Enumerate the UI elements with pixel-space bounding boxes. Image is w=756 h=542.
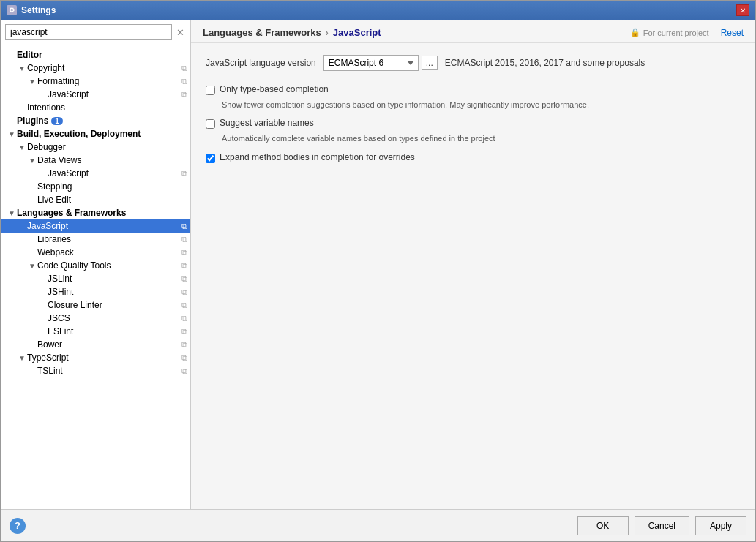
tree-label-intentions: Intentions [27, 102, 65, 113]
tree-item-typescript[interactable]: ▼ TypeScript ⧉ [1, 351, 190, 364]
arrow-copyright: ▼ [17, 64, 27, 72]
checkbox-type-completion[interactable] [206, 86, 215, 95]
settings-tree: Editor ▼ Copyright ⧉ ▼ Formatting ⧉ Ja [1, 45, 190, 509]
apply-button[interactable]: Apply [695, 516, 746, 535]
copy-icon-code-quality: ⧉ [181, 261, 187, 271]
tree-label-stepping: Stepping [37, 181, 72, 192]
language-version-select[interactable]: ECMAScript 6 ECMAScript 5 ECMAScript 201… [323, 55, 419, 71]
tree-item-bower[interactable]: Bower ⧉ [1, 338, 190, 351]
reset-button[interactable]: Reset [721, 28, 744, 38]
right-header: Languages & Frameworks › JavaScript 🔒 Fo… [191, 20, 755, 43]
main-content: ✕ Editor ▼ Copyright ⧉ ▼ Formatting [1, 20, 755, 509]
copy-icon-jscs: ⧉ [181, 314, 187, 323]
tree-label-formatting: Formatting [37, 76, 79, 86]
tree-item-debugger[interactable]: ▼ Debugger [1, 140, 190, 154]
tree-item-copyright[interactable]: ▼ Copyright ⧉ [1, 61, 190, 75]
copy-icon-libraries: ⧉ [181, 235, 187, 244]
tree-item-editor[interactable]: Editor [1, 48, 190, 61]
tree-label-closure-linter: Closure Linter [48, 300, 102, 310]
for-current-project: 🔒 For current project [630, 28, 709, 37]
checkbox-expand-methods[interactable] [206, 154, 215, 163]
tree-label-webpack: Webpack [37, 247, 74, 257]
tree-item-jslint[interactable]: JSLint ⧉ [1, 272, 190, 285]
checkbox-variable-names-desc: Automatically complete variable names ba… [222, 133, 741, 144]
arrow-build: ▼ [7, 130, 17, 138]
tree-label-js-formatting: JavaScript [48, 89, 89, 99]
tree-item-js-formatting[interactable]: JavaScript ⧉ [1, 88, 190, 101]
tree-label-build: Build, Execution, Deployment [17, 129, 141, 139]
app-icon: ⚙ [7, 5, 17, 15]
tree-item-closure-linter[interactable]: Closure Linter ⧉ [1, 298, 190, 312]
arrow-debugger: ▼ [17, 143, 27, 151]
copy-icon-copyright: ⧉ [181, 64, 187, 73]
copy-icon-jslint: ⧉ [181, 274, 187, 284]
right-panel: Languages & Frameworks › JavaScript 🔒 Fo… [191, 20, 755, 509]
arrow-data-views: ▼ [27, 157, 37, 165]
copy-icon-bower: ⧉ [181, 340, 187, 350]
copy-icon-closure-linter: ⧉ [181, 301, 187, 310]
tree-label-editor: Editor [17, 50, 42, 60]
checkbox-variable-names-label: Suggest variable names [220, 118, 314, 128]
tree-item-jscs[interactable]: JSCS ⧉ [1, 312, 190, 325]
tree-item-data-views[interactable]: ▼ Data Views [1, 154, 190, 167]
plugins-badge: 1 [51, 117, 63, 125]
help-button[interactable]: ? [10, 518, 26, 534]
tree-label-typescript: TypeScript [27, 353, 69, 363]
tree-item-build[interactable]: ▼ Build, Execution, Deployment [1, 127, 190, 140]
checkbox-row-expand-methods: Expand method bodies in completion for o… [206, 152, 741, 163]
tree-item-tslint[interactable]: TSLint ⧉ [1, 364, 190, 377]
action-buttons: OK Cancel Apply [577, 516, 746, 535]
checkbox-variable-names[interactable] [206, 119, 215, 129]
arrow-formatting: ▼ [27, 78, 37, 86]
language-version-row: JavaScript language version ECMAScript 6… [206, 55, 741, 71]
tree-label-libraries: Libraries [37, 234, 71, 244]
breadcrumb-separator: › [326, 28, 329, 38]
language-version-extra-button[interactable]: ... [422, 56, 438, 70]
tree-label-javascript: JavaScript [27, 221, 68, 231]
settings-window: ⚙ Settings ✕ ✕ Editor ▼ Copyright [0, 0, 756, 542]
tree-item-stepping[interactable]: Stepping [1, 180, 190, 193]
tree-item-live-edit[interactable]: Live Edit [1, 193, 190, 206]
tree-item-libraries[interactable]: Libraries ⧉ [1, 233, 190, 246]
language-version-controls: ECMAScript 6 ECMAScript 5 ECMAScript 201… [323, 55, 438, 71]
bottom-bar: ? OK Cancel Apply [1, 509, 755, 541]
tree-item-intentions[interactable]: Intentions [1, 101, 190, 114]
copy-icon-js-selected: ⧉ [181, 222, 187, 231]
tree-label-jslint: JSLint [48, 274, 72, 284]
cancel-button[interactable]: Cancel [635, 516, 689, 535]
tree-item-plugins[interactable]: Plugins 1 [1, 114, 190, 127]
tree-item-js-dataviews[interactable]: JavaScript ⧉ [1, 167, 190, 180]
tree-label-live-edit: Live Edit [37, 195, 71, 205]
ok-button[interactable]: OK [577, 516, 629, 535]
tree-label-eslint: ESLint [48, 326, 73, 336]
search-box: ✕ [1, 20, 190, 45]
tree-item-javascript-selected[interactable]: JavaScript ⧉ [1, 219, 190, 233]
tree-item-jshint[interactable]: JSHint ⧉ [1, 285, 190, 298]
checkbox-row-type-completion: Only type-based completion [206, 84, 741, 95]
tree-item-languages-frameworks[interactable]: ▼ Languages & Frameworks [1, 206, 190, 219]
title-bar-left: ⚙ Settings [7, 5, 56, 15]
tree-label-bower: Bower [37, 339, 62, 350]
arrow-typescript: ▼ [17, 354, 27, 362]
tree-label-debugger: Debugger [27, 142, 66, 152]
tree-item-eslint[interactable]: ESLint ⧉ [1, 325, 190, 338]
close-button[interactable]: ✕ [736, 4, 749, 16]
tree-label-data-views: Data Views [37, 155, 81, 165]
copy-icon-js-formatting: ⧉ [181, 90, 187, 99]
copy-icon-typescript: ⧉ [181, 353, 187, 363]
copy-icon-jshint: ⧉ [181, 287, 187, 297]
breadcrumb-parent: Languages & Frameworks [203, 27, 321, 38]
checkbox-type-completion-label: Only type-based completion [220, 84, 329, 94]
tree-item-code-quality[interactable]: ▼ Code Quality Tools ⧉ [1, 259, 190, 272]
search-clear-icon[interactable]: ✕ [175, 27, 186, 38]
tree-item-formatting[interactable]: ▼ Formatting ⧉ [1, 75, 190, 88]
tree-label-js-dataviews: JavaScript [48, 168, 89, 178]
language-version-label: JavaScript language version [206, 58, 316, 68]
tree-label-copyright: Copyright [27, 63, 64, 73]
tree-label-plugins: Plugins [17, 116, 48, 126]
tree-label-languages-frameworks: Languages & Frameworks [17, 208, 126, 218]
checkbox-row-variable-names: Suggest variable names [206, 118, 741, 129]
copy-icon-eslint: ⧉ [181, 327, 187, 336]
tree-item-webpack[interactable]: Webpack ⧉ [1, 246, 190, 259]
search-input[interactable] [5, 24, 172, 40]
